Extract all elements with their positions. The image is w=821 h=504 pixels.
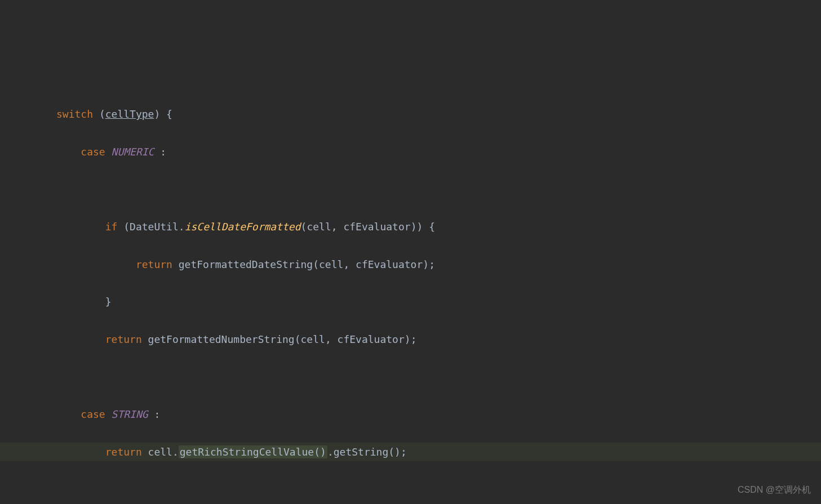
code-line[interactable] bbox=[56, 368, 821, 386]
code-line[interactable]: case STRING : bbox=[56, 405, 821, 423]
arg-cell: cell bbox=[307, 221, 331, 233]
keyword-if: if bbox=[105, 221, 118, 233]
code-line[interactable]: return getFormattedNumberString(cell, cf… bbox=[56, 330, 821, 349]
enum-string: STRING bbox=[112, 408, 148, 420]
code-editor[interactable]: switch (cellType) { case NUMERIC : if (D… bbox=[23, 86, 821, 504]
code-line[interactable]: return getFormattedDateString(cell, cfEv… bbox=[56, 255, 821, 274]
keyword-return: return bbox=[105, 333, 142, 345]
code-line[interactable] bbox=[56, 480, 821, 498]
colon: : bbox=[160, 146, 166, 158]
code-line[interactable]: switch (cellType) { bbox=[56, 105, 821, 123]
method-getstring: getString bbox=[334, 446, 389, 458]
method-selection: getRichStringCellValue() bbox=[179, 445, 327, 458]
method-call: getFormattedDateString bbox=[179, 258, 313, 270]
watermark: CSDN @空调外机 bbox=[738, 481, 811, 498]
keyword-switch: switch bbox=[56, 108, 93, 120]
method-call: getFormattedNumberString bbox=[148, 333, 295, 345]
keyword-case: case bbox=[81, 146, 105, 158]
method-iscelldate: isCellDateFormatted bbox=[185, 221, 301, 233]
keyword-case: case bbox=[81, 408, 105, 420]
code-line-highlighted[interactable]: return cell.getRichStringCellValue().get… bbox=[0, 443, 821, 461]
code-line[interactable]: if (DateUtil.isCellDateFormatted(cell, c… bbox=[56, 217, 821, 236]
class-dateutil: DateUtil bbox=[130, 221, 179, 233]
code-line[interactable] bbox=[56, 180, 821, 199]
enum-numeric: NUMERIC bbox=[112, 146, 154, 158]
arg-cfevaluator: cfEvaluator bbox=[343, 221, 410, 233]
keyword-return: return bbox=[136, 258, 172, 270]
code-line[interactable]: } bbox=[56, 292, 821, 311]
variable-celltype: cellType bbox=[105, 108, 154, 120]
code-line[interactable]: case NUMERIC : bbox=[56, 142, 821, 161]
brace: { bbox=[166, 108, 172, 120]
paren: ) bbox=[154, 108, 160, 120]
keyword-return: return bbox=[105, 446, 142, 458]
paren: ( bbox=[99, 108, 105, 120]
brace: } bbox=[105, 296, 112, 307]
